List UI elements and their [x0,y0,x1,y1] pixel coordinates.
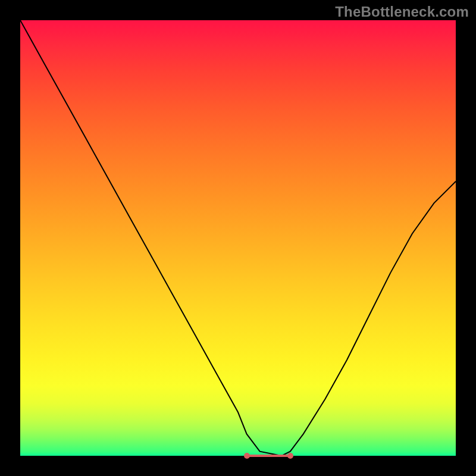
chart-frame: TheBottleneck.com [0,0,476,476]
watermark-text: TheBottleneck.com [335,4,469,20]
plot-area [20,20,456,456]
curve-svg [20,20,456,456]
optimal-marker-left [244,453,250,459]
bottleneck-curve-path [20,20,456,456]
optimal-range-line [247,455,290,457]
optimal-marker-right [287,453,293,459]
